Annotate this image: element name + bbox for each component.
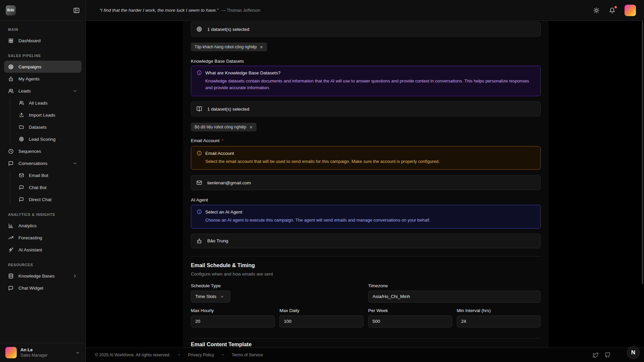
email-info-body: Select the email account that will be us… [205,158,535,165]
footer-separator: • [178,353,180,357]
sidebar-item-analytics[interactable]: Analytics [4,220,82,232]
folder-icon [19,124,24,130]
lead-dataset-selector[interactable]: 1 dataset(s) selected [191,22,541,37]
github-icon[interactable] [605,352,610,358]
sidebar-item-all-leads[interactable]: All Leads [4,97,82,109]
email-info-title: Email Account [205,151,234,156]
message-icon [19,197,24,202]
chevron-down-icon [220,294,224,299]
quote-attribution: — Thomas Jefferson [221,8,260,13]
dataset-chip-label: Bộ dữ liệu robot công nghiệp [195,125,246,129]
sidebar-item-label: AI Assistant [18,247,42,252]
schedule-section-heading: Email Schedule & Timing [191,262,541,268]
max-hourly-label: Max Hourly [191,308,275,313]
per-week-field: Per Week [368,308,452,327]
trending-up-icon [8,235,14,241]
kb-info-title: What are Knowledge Base Datasets? [205,70,280,75]
max-daily-input[interactable] [279,315,363,327]
close-icon[interactable] [260,45,263,49]
schedule-type-row: Schedule Type Time Slots Timezone [191,283,541,303]
dataset-chip: Bộ dữ liệu robot công nghiệp [191,123,257,131]
schedule-type-dropdown[interactable]: Time Slots [191,291,230,303]
close-icon[interactable] [249,125,253,129]
target-icon [19,136,24,142]
email-account-selector[interactable]: tienlenan@gmail.com [191,175,541,190]
kb-dataset-selector-text: 1 dataset(s) selected [207,107,249,112]
lead-dataset-selector-text: 1 dataset(s) selected [207,27,249,32]
dataset-chip: Tập khách hàng robot công nghiệp [191,43,267,51]
copyright-text: © 2025 AI Workforce. All rights reserved… [95,353,170,357]
main-area: 1 dataset(s) selected Tập khách hàng rob… [86,21,644,348]
kb-info-box: What are Knowledge Base Datasets? Knowle… [191,66,541,96]
leads-subgroup: All Leads Import Leads Datasets Lead Sco… [4,97,82,145]
required-asterisk: * [222,138,223,143]
min-interval-label: Min Interval (hrs) [457,308,541,313]
email-account-label: Email Account * [191,138,541,143]
sidebar-item-campaigns[interactable]: Campaigns [4,61,82,73]
sparkles-icon [8,247,14,253]
conversations-subgroup: Email Bot Chat Bot Direct Chat [4,169,82,205]
timezone-input[interactable] [368,291,541,303]
sidebar-item-sequences[interactable]: Sequences [4,145,82,157]
schedule-type-field: Schedule Type Time Slots [191,283,364,303]
quote-text: “I find that the harder I work, the more… [100,8,218,13]
chevron-down-icon [72,88,77,94]
sidebar-item-import-leads[interactable]: Import Leads [4,109,82,121]
privacy-policy-link[interactable]: Privacy Policy [188,353,214,357]
chevron-down-icon [72,161,77,166]
theme-toggle-sun-icon[interactable] [593,7,600,14]
schedule-type-value: Time Slots [195,294,216,299]
sidebar-item-direct-chat[interactable]: Direct Chat [4,193,82,205]
notifications-button[interactable] [609,7,615,14]
max-daily-field: Max Daily [279,308,363,327]
email-account-info-box: Email Account Select the email account t… [191,146,541,170]
twitter-icon[interactable] [593,352,598,358]
kb-datasets-label: Knowledge Base Datasets [191,59,541,64]
target-icon [8,64,14,70]
scrollbar-thumb[interactable] [642,21,643,284]
terms-of-service-link[interactable]: Terms of Service [232,353,263,357]
sidebar-item-chat-widget[interactable]: Chat Widget [4,282,82,294]
min-interval-input[interactable] [457,315,541,327]
user-menu[interactable]: An Le Sales Manager [0,343,86,362]
sidebar-item-forecasting[interactable]: Forecasting [4,232,82,244]
notification-dot [614,6,617,8]
kb-datasets-label-text: Knowledge Base Datasets [191,59,244,64]
sidebar-item-lead-scoring[interactable]: Lead Scoring [4,133,82,145]
avatar[interactable] [625,5,636,16]
email-account-value: tienlenan@gmail.com [207,180,251,185]
nextjs-dev-badge[interactable]: N [627,346,640,359]
header-actions [593,5,636,16]
info-icon [197,70,202,75]
sidebar-collapse-icon[interactable] [73,7,80,14]
sidebar-item-dashboard[interactable]: Dashboard [4,35,82,47]
sidebar-item-label: Knowledge Bases [18,274,55,279]
per-week-input[interactable] [368,315,452,327]
clock-icon [8,148,14,154]
max-hourly-input[interactable] [191,315,275,327]
sidebar-item-knowledge-bases[interactable]: Knowledge Bases [4,270,82,282]
ai-agent-selector[interactable]: Bảo Trung [191,234,541,248]
sidebar-item-label: Conversations [18,161,47,166]
sidebar-item-chat-bot[interactable]: Chat Bot [4,181,82,193]
bot-icon [8,76,14,82]
sidebar-item-label: Direct Chat [29,197,52,202]
sidebar-item-datasets[interactable]: Datasets [4,121,82,133]
sidebar-item-leads[interactable]: Leads [4,85,82,97]
mail-icon [19,173,24,178]
message-icon [8,161,14,166]
sidebar-item-email-bot[interactable]: Email Bot [4,169,82,181]
app-logo[interactable]: R/AI [6,5,16,15]
kb-info-body: Knowledge datasets contain documents and… [205,78,535,91]
sidebar-item-label: Lead Scoring [29,137,56,142]
sidebar-item-my-agents[interactable]: My Agents [4,73,82,85]
sidebar-item-conversations[interactable]: Conversations [4,157,82,169]
max-daily-label: Max Daily [279,308,363,313]
agent-info-body: Choose an AI agent to execute this campa… [205,217,535,224]
per-week-label: Per Week [368,308,452,313]
kb-dataset-selector[interactable]: 1 dataset(s) selected [191,102,541,116]
bar-chart-icon [8,223,14,229]
nav-section-resources: RESOURCES [8,263,77,267]
sidebar-item-ai-assistant[interactable]: AI Assistant [4,244,82,256]
sidebar-item-label: Leads [18,88,31,94]
